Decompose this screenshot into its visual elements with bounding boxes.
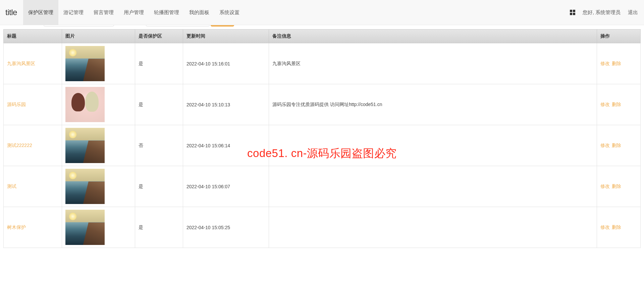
nav-item-2[interactable]: 留言管理 xyxy=(89,0,119,25)
edit-link[interactable]: 修改 xyxy=(600,224,610,230)
nav-item-4[interactable]: 轮播图管理 xyxy=(149,0,184,25)
edit-link[interactable]: 修改 xyxy=(600,184,610,189)
search-button[interactable] xyxy=(211,25,234,27)
delete-link[interactable]: 删除 xyxy=(612,184,621,189)
col-header-remark: 备注信息 xyxy=(269,29,597,43)
nav-item-3[interactable]: 用户管理 xyxy=(119,0,149,25)
content-area: 标题 图片 是否保护区 更新时间 备注信息 操作 九寨沟风景区是2022-04-… xyxy=(0,25,644,305)
row-updated: 2022-04-10 15:06:14 xyxy=(183,125,269,166)
table-row: 树木保护是2022-04-10 15:05:25修改 删除 xyxy=(3,207,641,248)
table-row: 源码乐园是2022-04-10 15:10:13源码乐园专注优质源码提供 访问网… xyxy=(3,84,641,125)
table-row: 测试222222否2022-04-10 15:06:14修改 删除 xyxy=(3,125,641,166)
row-remark: 源码乐园专注优质源码提供 访问网址http://code51.cn xyxy=(269,84,597,125)
top-navbar: title 保护区管理游记管理留言管理用户管理轮播图管理我的面板系统设置 您好,… xyxy=(0,0,644,25)
logout-link[interactable]: 退出 xyxy=(628,9,638,16)
brand-title: title xyxy=(5,8,17,17)
row-remark xyxy=(269,207,597,248)
row-protected: 是 xyxy=(135,43,183,84)
row-updated: 2022-04-10 15:05:25 xyxy=(183,207,269,248)
row-updated: 2022-04-10 15:06:07 xyxy=(183,166,269,207)
primary-nav: 保护区管理游记管理留言管理用户管理轮播图管理我的面板系统设置 xyxy=(23,0,570,25)
table-row: 九寨沟风景区是2022-04-10 15:16:01九寨沟风景区修改 删除 xyxy=(3,43,641,84)
col-header-operate: 操作 xyxy=(597,29,641,43)
row-remark xyxy=(269,166,597,207)
col-header-image: 图片 xyxy=(62,29,135,43)
row-protected: 否 xyxy=(135,125,183,166)
nav-item-1[interactable]: 游记管理 xyxy=(58,0,89,25)
delete-link[interactable]: 删除 xyxy=(612,224,621,230)
filter-input-1[interactable] xyxy=(44,25,114,27)
col-header-title: 标题 xyxy=(3,29,62,43)
row-updated: 2022-04-10 15:10:13 xyxy=(183,84,269,125)
edit-link[interactable]: 修改 xyxy=(600,143,610,148)
nav-item-6[interactable]: 系统设置 xyxy=(214,0,245,25)
row-title-link[interactable]: 测试222222 xyxy=(7,143,32,148)
row-thumbnail xyxy=(65,46,105,81)
delete-link[interactable]: 删除 xyxy=(612,143,621,148)
row-thumbnail xyxy=(65,128,105,163)
col-header-update: 更新时间 xyxy=(183,29,269,43)
edit-link[interactable]: 修改 xyxy=(600,102,610,107)
row-protected: 是 xyxy=(135,84,183,125)
nav-item-0[interactable]: 保护区管理 xyxy=(23,0,58,25)
filter-row xyxy=(0,25,644,29)
row-title-link[interactable]: 源码乐园 xyxy=(7,102,26,107)
row-remark xyxy=(269,125,597,166)
row-title-link[interactable]: 树木保护 xyxy=(7,224,26,230)
table-body: 九寨沟风景区是2022-04-10 15:16:01九寨沟风景区修改 删除源码乐… xyxy=(3,43,641,248)
data-table: 标题 图片 是否保护区 更新时间 备注信息 操作 九寨沟风景区是2022-04-… xyxy=(3,29,641,248)
delete-link[interactable]: 删除 xyxy=(612,102,621,107)
greeting-text: 您好, 系统管理员 xyxy=(583,9,621,16)
table-header: 标题 图片 是否保护区 更新时间 备注信息 操作 xyxy=(3,29,641,43)
row-thumbnail xyxy=(65,169,105,204)
col-header-protect: 是否保护区 xyxy=(135,29,183,43)
edit-link[interactable]: 修改 xyxy=(600,61,610,66)
row-protected: 是 xyxy=(135,207,183,248)
table-row: 测试是2022-04-10 15:06:07修改 删除 xyxy=(3,166,641,207)
grid-icon[interactable] xyxy=(570,10,575,15)
nav-right: 您好, 系统管理员 退出 xyxy=(570,9,638,16)
row-updated: 2022-04-10 15:16:01 xyxy=(183,43,269,84)
row-protected: 是 xyxy=(135,166,183,207)
row-title-link[interactable]: 测试 xyxy=(7,184,16,189)
row-title-link[interactable]: 九寨沟风景区 xyxy=(7,61,35,66)
nav-item-5[interactable]: 我的面板 xyxy=(184,0,214,25)
row-remark: 九寨沟风景区 xyxy=(269,43,597,84)
filter-input-2[interactable] xyxy=(146,25,210,27)
row-thumbnail xyxy=(65,210,105,245)
delete-link[interactable]: 删除 xyxy=(612,61,621,66)
row-thumbnail xyxy=(65,87,105,122)
